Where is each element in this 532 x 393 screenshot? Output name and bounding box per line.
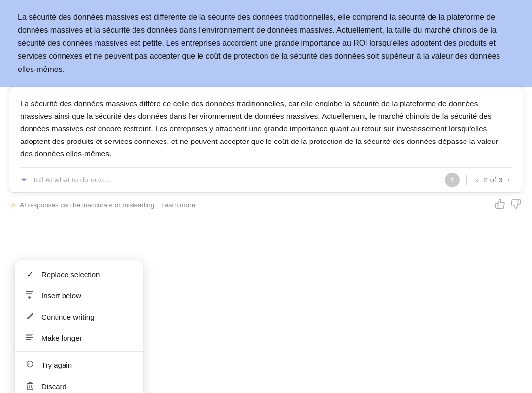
menu-item-try-again-label: Try again [41, 361, 133, 369]
warning-text: AI responses can be inaccurate or mislea… [20, 201, 156, 209]
warning-icon: ⚠ [11, 201, 17, 209]
divider [466, 175, 467, 185]
insert-below-icon [25, 290, 34, 301]
next-page-button[interactable]: › [505, 175, 512, 185]
ai-warning-row: ⚠ AI responses can be inaccurate or misl… [0, 193, 532, 217]
menu-item-discard[interactable]: Discard [15, 376, 143, 393]
ai-response-box: La sécurité des données massives diffère… [9, 87, 523, 193]
page-of-label: of [490, 176, 496, 184]
page-current: 2 [483, 176, 487, 184]
warning-left: ⚠ AI responses can be inaccurate or misl… [11, 201, 195, 209]
discard-icon [25, 381, 34, 392]
menu-item-replace[interactable]: ✓ Replace selection [15, 264, 143, 285]
menu-item-continue-writing[interactable]: Continue writing [15, 306, 143, 327]
menu-item-replace-label: Replace selection [41, 270, 133, 279]
check-icon: ✓ [25, 270, 34, 279]
selected-text-block: La sécurité des données massives est dif… [0, 0, 532, 87]
menu-item-try-again[interactable]: Try again [15, 355, 143, 376]
try-again-icon [25, 360, 34, 370]
thumbs-row [495, 198, 521, 212]
menu-item-make-longer-label: Make longer [41, 334, 133, 342]
ai-input-row: ✦ Tell AI what to do next... ‹ 2 of 3 › [20, 167, 512, 192]
menu-item-make-longer[interactable]: Make longer [15, 327, 143, 348]
ai-send-button[interactable] [445, 173, 460, 187]
ai-input-field[interactable]: Tell AI what to do next... [33, 176, 440, 184]
menu-item-discard-label: Discard [41, 382, 133, 391]
menu-item-continue-writing-label: Continue writing [41, 313, 133, 321]
learn-more-link[interactable]: Learn more [161, 201, 195, 209]
send-icon [449, 177, 456, 183]
thumbs-up-button[interactable] [495, 198, 505, 212]
thumbs-down-button[interactable] [510, 198, 521, 212]
prev-page-button[interactable]: ‹ [474, 175, 480, 185]
page-total: 3 [499, 176, 503, 184]
selected-text: La sécurité des données massives est dif… [18, 13, 500, 73]
menu-item-insert-below-label: Insert below [41, 291, 133, 300]
menu-item-insert-below[interactable]: Insert below [15, 285, 143, 306]
pagination: ‹ 2 of 3 › [474, 175, 512, 185]
ai-response-text: La sécurité des données massives diffère… [20, 97, 512, 167]
dropdown-menu: ✓ Replace selection Insert below [15, 260, 143, 393]
svg-line-3 [32, 313, 32, 314]
page-wrapper: La sécurité des données massives est dif… [0, 0, 532, 393]
pencil-icon [25, 312, 34, 322]
menu-divider [15, 351, 143, 352]
sparkle-icon: ✦ [20, 175, 28, 185]
make-longer-icon [25, 333, 34, 343]
